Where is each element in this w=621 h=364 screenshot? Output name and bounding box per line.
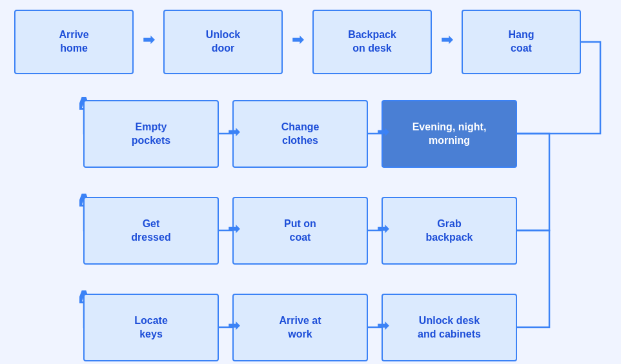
hang-coat: Hangcoat [462,10,581,74]
arrive-home: Arrivehome [14,10,134,74]
arr8: ➡ [219,316,248,336]
unlock-door: Unlockdoor [163,10,283,74]
empty-pockets: Emptypockets [83,100,219,168]
backpack-on-desk: Backpackon desk [312,10,432,74]
arr4: ➡ [219,123,248,142]
arr5: ➡ [369,123,397,142]
locate-keys: Locatekeys [83,294,219,361]
arr2: ➡ [283,30,312,50]
unlock-desk-cabinets: Unlock deskand cabinets [382,294,517,361]
change-clothes: Changeclothes [232,100,368,168]
arr6: ➡ [219,219,248,239]
arr7: ➡ [369,219,397,239]
arr9: ➡ [369,316,397,336]
put-on-coat: Put oncoat [232,197,368,265]
arr3: ➡ [433,30,461,50]
evening-night-morning: Evening, night,morning [382,100,517,168]
grab-backpack: Grabbackpack [382,197,517,265]
arr1: ➡ [134,30,163,50]
flowchart-diagram: ArrivehomeUnlockdoorBackpackon deskHangc… [0,0,621,364]
arrive-at-work: Arrive atwork [232,294,368,361]
get-dressed: Getdressed [83,197,219,265]
